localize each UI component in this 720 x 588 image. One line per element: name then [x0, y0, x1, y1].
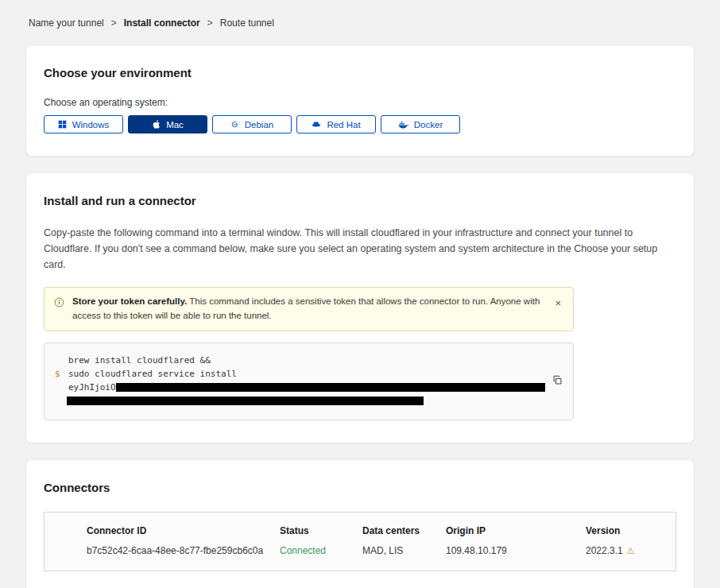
version-value: 2022.3.1 [586, 545, 623, 556]
version-warning-icon: ⚠ [627, 546, 635, 555]
column-header-connector-id: Connector ID [87, 525, 280, 536]
cell-data-centers: MAD, LIS [362, 545, 446, 556]
command-line-1: brew install cloudflared && [68, 354, 538, 367]
windows-icon [58, 120, 67, 129]
os-button-label: Debian [245, 120, 273, 130]
os-button-mac[interactable]: Mac [128, 115, 207, 133]
breadcrumb-separator: > [207, 17, 213, 29]
os-button-redhat[interactable]: Red Hat [296, 115, 376, 133]
cell-connector-id: b7c52c42-6caa-48ee-8c77-fbe259cb6c0a [87, 545, 280, 556]
docker-icon [398, 121, 408, 129]
column-header-version: Version [586, 525, 666, 536]
os-button-label: Windows [72, 120, 110, 130]
command-token-line: eyJhIjoiO [68, 381, 538, 394]
connectors-card: Connectors Connector ID Status Data cent… [25, 459, 695, 588]
copy-icon[interactable] [551, 373, 564, 389]
column-header-status: Status [280, 525, 362, 536]
install-card-title: Install and run a connector [44, 194, 676, 207]
breadcrumb-step-name-your-tunnel[interactable]: Name your tunnel [29, 17, 104, 29]
terminal-prompt: $ [55, 367, 60, 381]
warning-lead: Store your token carefully. [72, 296, 187, 306]
os-button-label: Docker [414, 120, 443, 130]
breadcrumb-step-route-tunnel[interactable]: Route tunnel [220, 17, 274, 29]
os-button-docker[interactable]: Docker [381, 115, 460, 133]
breadcrumb: Name your tunnel > Install connector > R… [0, 0, 720, 29]
os-button-group: Windows Mac Debian Red Hat [44, 115, 676, 133]
status-badge: Connected [280, 545, 362, 556]
table-row: b7c52c42-6caa-48ee-8c77-fbe259cb6c0a Con… [87, 545, 666, 556]
apple-icon [152, 119, 161, 130]
tunnel-setup-page: Name your tunnel > Install connector > R… [0, 0, 720, 588]
os-button-windows[interactable]: Windows [44, 115, 123, 133]
breadcrumb-separator: > [111, 17, 117, 29]
connectors-card-title: Connectors [44, 481, 676, 494]
cell-version: 2022.3.1⚠ [586, 545, 666, 556]
redacted-token-bar [116, 383, 545, 392]
redhat-icon [312, 121, 321, 129]
connectors-table: Connector ID Status Data centers Origin … [44, 512, 676, 571]
debian-icon [230, 120, 239, 129]
command-token-line-2 [68, 394, 538, 408]
column-header-origin-ip: Origin IP [446, 525, 586, 536]
os-button-label: Red Hat [327, 120, 360, 130]
cell-origin-ip: 109.48.10.179 [446, 545, 586, 556]
column-header-data-centers: Data centers [362, 525, 446, 536]
command-line-2: sudo cloudflared service install [68, 367, 538, 381]
os-button-debian[interactable]: Debian [212, 115, 292, 133]
choose-environment-card: Choose your environment Choose an operat… [25, 44, 695, 157]
close-icon[interactable]: × [552, 296, 563, 310]
warning-text: Store your token carefully. This command… [72, 295, 544, 323]
table-header-row: Connector ID Status Data centers Origin … [87, 525, 666, 536]
token-prefix: eyJhIjoiO [68, 382, 116, 393]
install-connector-card: Install and run a connector Copy-paste t… [25, 172, 695, 443]
info-icon [54, 296, 64, 311]
os-button-label: Mac [166, 120, 184, 130]
redacted-token-bar [67, 397, 424, 405]
install-command-codeblock: $ brew install cloudflared && sudo cloud… [44, 342, 574, 420]
breadcrumb-step-install-connector[interactable]: Install connector [124, 17, 200, 29]
environment-card-title: Choose your environment [44, 66, 676, 79]
install-description: Copy-paste the following command into a … [44, 225, 676, 273]
os-select-label: Choose an operating system: [44, 97, 676, 108]
token-warning-banner: Store your token carefully. This command… [44, 287, 574, 331]
